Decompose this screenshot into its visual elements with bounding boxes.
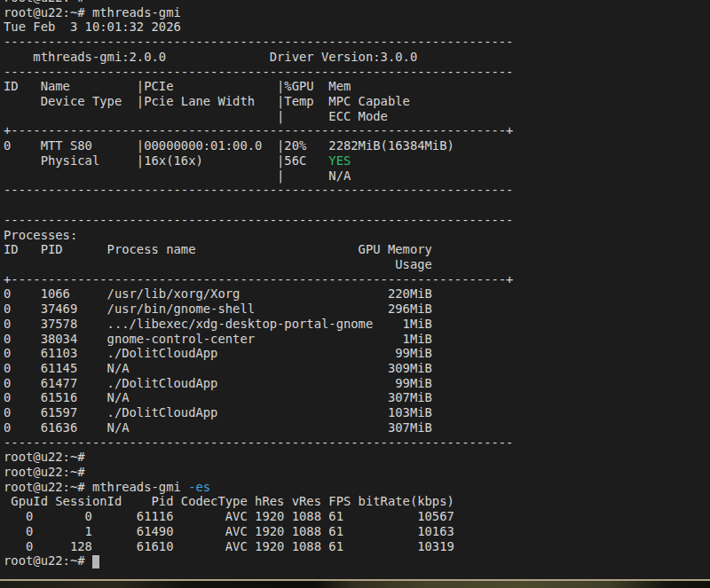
terminal-text: ID PID Process name GPU Memory: [4, 242, 432, 256]
terminal-text: 0 61516 N/A 307MiB: [4, 390, 432, 404]
terminal-text: root@u22:~#: [4, 450, 85, 464]
terminal-text: ----------------------------------------…: [4, 35, 513, 49]
terminal-text: ----------------------------------------…: [4, 213, 513, 227]
terminal-line: 0 37578 .../libexec/xdg-desktop-portal-g…: [4, 317, 710, 332]
terminal-line: +---------------------------------------…: [4, 272, 710, 287]
terminal-line: 0 128 61610 AVC 1920 1088 61 10319: [4, 539, 710, 554]
terminal-text: 0 61103 ./DolitCloudApp 99MiB: [4, 346, 432, 360]
terminal-text: 0 37469 /usr/bin/gnome-shell 296MiB: [4, 302, 432, 316]
terminal-text: 0 1 61490 AVC 1920 1088 61 10163: [4, 524, 454, 538]
terminal-text: Tue Feb 3 10:01:32 2026: [4, 20, 181, 34]
terminal-line: Usage: [4, 257, 710, 272]
terminal-text: 0 128 61610 AVC 1920 1088 61 10319: [4, 539, 454, 553]
terminal-line: [4, 198, 710, 213]
terminal-line: root@u22:~#: [4, 450, 710, 465]
terminal-line: ----------------------------------------…: [4, 213, 710, 228]
terminal-line: 0 61145 N/A 309MiB: [4, 361, 710, 376]
terminal-text: | N/A: [4, 169, 351, 183]
terminal-text: Physical |16x(16x) |56C: [4, 153, 328, 168]
terminal-line: 0 61103 ./DolitCloudApp 99MiB: [4, 346, 710, 361]
terminal-line: Device Type |Pcie Lane Width |Temp MPC C…: [4, 94, 710, 109]
terminal-text: 0 MTT S80 |00000000:01:00.0 |20% 2282MiB…: [4, 138, 454, 153]
terminal-line: root@u22:~# mthreads-gmi: [4, 5, 710, 20]
terminal-output[interactable]: root@u22:~#root@u22:~# mthreads-gmiTue F…: [4, 0, 710, 568]
terminal-line: Tue Feb 3 10:01:32 2026: [4, 20, 710, 35]
terminal-line: ----------------------------------------…: [4, 183, 710, 198]
terminal-line: GpuId SessionId Pid CodecType hRes vRes …: [4, 494, 710, 509]
terminal-text: Usage: [4, 257, 432, 271]
terminal-line: | ECC Mode: [4, 109, 710, 124]
terminal-line: +---------------------------------------…: [4, 123, 710, 138]
terminal-line: 0 61597 ./DolitCloudApp 103MiB: [4, 405, 710, 420]
terminal-line: 0 37469 /usr/bin/gnome-shell 296MiB: [4, 302, 710, 317]
terminal-text: Device Type |Pcie Lane Width |Temp MPC C…: [4, 94, 410, 108]
terminal-text: GpuId SessionId Pid CodecType hRes vRes …: [4, 494, 454, 508]
terminal-text: 0 0 61116 AVC 1920 1088 61 10567: [4, 509, 454, 523]
terminal-line: ----------------------------------------…: [4, 35, 710, 50]
terminal-text: 0 61145 N/A 309MiB: [4, 361, 432, 375]
terminal-text: ID Name |PCIe |%GPU Mem: [4, 79, 351, 93]
terminal-text: +---------------------------------------…: [4, 272, 513, 286]
terminal-line: ----------------------------------------…: [4, 435, 710, 451]
terminal-text: ----------------------------------------…: [4, 183, 513, 197]
terminal-text: root@u22:~# mthreads-gmi: [4, 480, 188, 494]
terminal-text: ----------------------------------------…: [4, 65, 513, 79]
terminal-line: root@u22:~#: [4, 465, 710, 480]
terminal-text: ----------------------------------------…: [4, 435, 513, 450]
terminal-line: root@u22:~#: [4, 553, 710, 568]
terminal-text-green: YES: [328, 153, 351, 168]
terminal-line: root@u22:~# mthreads-gmi -es: [4, 480, 710, 495]
terminal-text-blue: -es: [188, 480, 210, 494]
desktop: { "app": { "name": "gnome-terminal-sessi…: [0, 0, 710, 588]
terminal-window[interactable]: root@u22:~#root@u22:~# mthreads-gmiTue F…: [0, 0, 710, 579]
terminal-line: 0 61636 N/A 307MiB: [4, 420, 710, 435]
terminal-line: | N/A: [4, 169, 710, 184]
terminal-text: mthreads-gmi:2.0.0 Driver Version:3.0.0: [4, 50, 417, 64]
terminal-text: 0 61636 N/A 307MiB: [4, 420, 432, 435]
terminal-text: root@u22:~# mthreads-gmi: [4, 5, 181, 20]
terminal-text: root@u22:~#: [4, 465, 85, 479]
terminal-line: 0 MTT S80 |00000000:01:00.0 |20% 2282MiB…: [4, 138, 710, 153]
terminal-text: root@u22:~#: [4, 0, 85, 4]
terminal-line: 0 0 61116 AVC 1920 1088 61 10567: [4, 509, 710, 524]
terminal-line: ID PID Process name GPU Memory: [4, 242, 710, 257]
terminal-text: 0 1066 /usr/lib/xorg/Xorg 220MiB: [4, 286, 432, 301]
text-cursor: [92, 555, 99, 568]
desktop-wallpaper-strip: [0, 581, 710, 588]
terminal-line: mthreads-gmi:2.0.0 Driver Version:3.0.0: [4, 50, 710, 65]
terminal-line: 0 1 61490 AVC 1920 1088 61 10163: [4, 524, 710, 539]
terminal-line: ----------------------------------------…: [4, 65, 710, 80]
terminal-line: 0 38034 gnome-control-center 1MiB: [4, 332, 710, 347]
terminal-line: ID Name |PCIe |%GPU Mem: [4, 79, 710, 94]
terminal-text: 0 61597 ./DolitCloudApp 103MiB: [4, 405, 432, 419]
terminal-text: 0 38034 gnome-control-center 1MiB: [4, 332, 432, 346]
terminal-line: 0 61516 N/A 307MiB: [4, 390, 710, 405]
terminal-text: 0 61477 ./DolitCloudApp 99MiB: [4, 376, 432, 390]
terminal-line: 0 1066 /usr/lib/xorg/Xorg 220MiB: [4, 286, 710, 302]
terminal-text: +---------------------------------------…: [4, 123, 513, 137]
terminal-line: Processes:: [4, 228, 710, 243]
terminal-text: 0 37578 .../libexec/xdg-desktop-portal-g…: [4, 317, 432, 331]
terminal-text: Processes:: [4, 228, 77, 242]
terminal-line: Physical |16x(16x) |56C YES: [4, 153, 710, 169]
terminal-line: 0 61477 ./DolitCloudApp 99MiB: [4, 376, 710, 391]
terminal-text: root@u22:~#: [4, 553, 92, 568]
terminal-text: | ECC Mode: [4, 109, 388, 123]
